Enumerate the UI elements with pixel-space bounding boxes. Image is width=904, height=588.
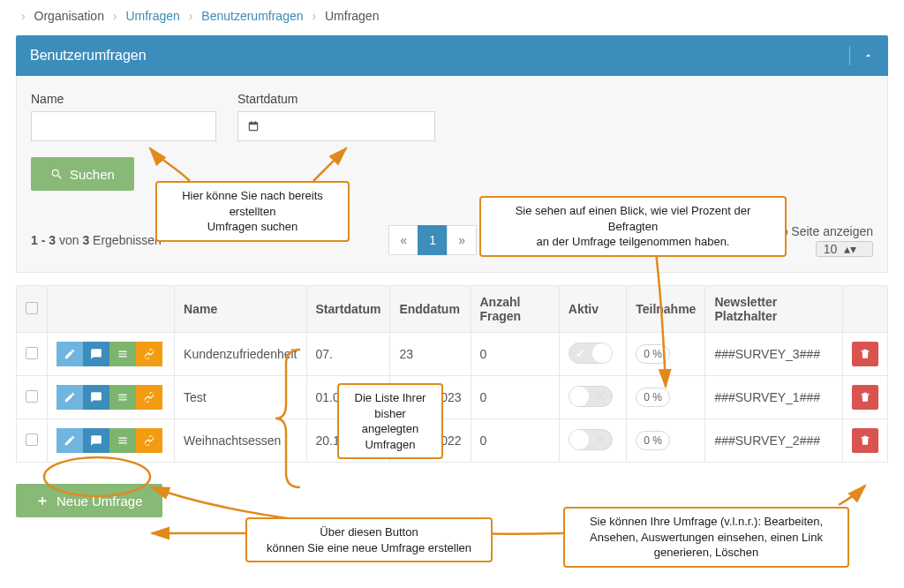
speech-icon xyxy=(90,348,102,360)
edit-button[interactable] xyxy=(56,428,83,453)
breadcrumb-surveys[interactable]: Umfragen xyxy=(125,9,179,23)
checkbox-all[interactable] xyxy=(26,302,38,314)
link-button[interactable] xyxy=(136,428,162,453)
cell-active: ✕ xyxy=(559,376,626,419)
results-button[interactable] xyxy=(109,342,136,366)
callout-actions: Sie können Ihre Umfrage (v.l.n.r.): Bear… xyxy=(563,507,849,568)
panel-title: Benutzerumfragen xyxy=(30,48,147,64)
col-end[interactable]: Enddatum xyxy=(390,286,471,333)
cell-placeholder: ###SURVEY_1### xyxy=(705,376,843,419)
panel-collapse-toggle[interactable] xyxy=(849,46,874,65)
active-toggle[interactable]: ✕ xyxy=(569,386,613,407)
breadcrumb: › Organisation › Umfragen › Benutzerumfr… xyxy=(0,0,904,32)
link-button[interactable] xyxy=(136,342,162,366)
breadcrumb-org: Organisation xyxy=(34,9,104,23)
view-button[interactable] xyxy=(83,385,109,410)
col-questions[interactable]: Anzahl Fragen xyxy=(471,286,559,333)
table-row: Test 01.01.2023 09.01.2023 0 ✕ 0 % ###SU… xyxy=(17,376,888,419)
cell-participation: 0 % xyxy=(627,333,705,376)
cell-questions: 0 xyxy=(471,419,559,463)
callout-search: Hier könne Sie nach bereits erstellten U… xyxy=(155,181,350,242)
link-icon xyxy=(143,391,155,403)
cell-active: ✓ xyxy=(559,333,626,376)
row-actions xyxy=(56,385,165,410)
row-actions xyxy=(56,428,165,453)
col-participation[interactable]: Teilnahme xyxy=(627,286,705,333)
startdate-label: Startdatum xyxy=(237,92,435,106)
cell-name: Test xyxy=(175,376,306,419)
participation-badge: 0 % xyxy=(636,388,670,407)
trash-icon xyxy=(859,391,871,403)
search-icon xyxy=(50,168,63,180)
col-name[interactable]: Name xyxy=(175,286,306,333)
view-button[interactable] xyxy=(83,428,109,453)
breadcrumb-user-surveys[interactable]: Benutzerumfragen xyxy=(201,9,303,23)
per-page-select[interactable]: 10 ▴▾ xyxy=(816,241,873,257)
view-button[interactable] xyxy=(83,342,109,366)
name-label: Name xyxy=(31,92,216,106)
cell-questions: 0 xyxy=(471,376,559,419)
link-icon xyxy=(143,434,155,447)
startdate-input[interactable] xyxy=(267,111,435,141)
breadcrumb-current: Umfragen xyxy=(325,9,379,23)
name-input[interactable] xyxy=(31,111,216,141)
page-prev[interactable]: « xyxy=(388,225,418,255)
trash-icon xyxy=(859,348,871,360)
delete-button[interactable] xyxy=(852,385,878,410)
row-checkbox[interactable] xyxy=(26,347,38,359)
edit-button[interactable] xyxy=(56,385,83,410)
trash-icon xyxy=(859,434,871,447)
col-active[interactable]: Aktiv xyxy=(559,286,626,333)
speech-icon xyxy=(90,391,102,403)
cell-participation: 0 % xyxy=(627,376,705,419)
page-1[interactable]: 1 xyxy=(418,225,448,255)
participation-badge: 0 % xyxy=(636,344,670,364)
cell-name: Kundenzufriedenheit xyxy=(175,333,306,376)
cell-questions: 0 xyxy=(471,333,559,376)
cell-placeholder: ###SURVEY_2### xyxy=(705,419,843,463)
page-next[interactable]: » xyxy=(447,225,477,255)
cell-participation: 0 % xyxy=(627,419,705,463)
search-button[interactable]: Suchen xyxy=(31,157,134,191)
pencil-icon xyxy=(64,348,76,360)
list-icon xyxy=(117,391,129,403)
panel-header: Benutzerumfragen xyxy=(16,35,888,76)
results-button[interactable] xyxy=(109,428,136,453)
speech-icon xyxy=(90,434,102,447)
table-row: Kundenzufriedenheit 07. 23 0 ✓ 0 % ###SU… xyxy=(17,333,888,376)
row-actions xyxy=(56,342,165,366)
cell-placeholder: ###SURVEY_3### xyxy=(705,333,843,376)
delete-button[interactable] xyxy=(852,342,878,366)
row-checkbox[interactable] xyxy=(26,390,38,403)
table-row: Weihnachtsessen 20.12.2022 23.12.2022 0 … xyxy=(17,419,888,463)
active-toggle[interactable]: ✓ xyxy=(569,343,613,364)
results-button[interactable] xyxy=(109,385,136,410)
calendar-icon[interactable] xyxy=(237,111,267,141)
delete-button[interactable] xyxy=(852,428,878,453)
link-icon xyxy=(143,348,155,360)
list-icon xyxy=(117,348,129,360)
chevron-up-icon xyxy=(863,49,874,62)
cell-start: 07. xyxy=(306,333,390,376)
callout-new-button: Über diesen Button können Sie eine neue … xyxy=(245,517,493,562)
edit-button[interactable] xyxy=(56,342,83,366)
list-icon xyxy=(117,434,129,447)
svg-line-1 xyxy=(58,176,62,179)
col-placeholder[interactable]: Newsletter Platzhalter xyxy=(705,286,843,333)
callout-list: Die Liste Ihrer bisher angelegten Umfrag… xyxy=(337,383,443,459)
svg-point-0 xyxy=(52,170,58,176)
surveys-table: Name Startdatum Enddatum Anzahl Fragen A… xyxy=(16,285,888,463)
callout-participation: Sie sehen auf einen Blick, wie viel Proz… xyxy=(479,196,787,257)
cell-active: ✕ xyxy=(559,419,626,463)
cell-name: Weihnachtsessen xyxy=(175,419,306,463)
active-toggle[interactable]: ✕ xyxy=(569,429,613,450)
cell-end: 23 xyxy=(390,333,471,376)
row-checkbox[interactable] xyxy=(26,433,38,446)
pencil-icon xyxy=(64,391,76,403)
new-survey-button[interactable]: ＋ Neue Umfrage xyxy=(16,484,162,517)
participation-badge: 0 % xyxy=(636,431,670,450)
plus-icon: ＋ xyxy=(35,492,49,510)
results-count: 1 - 3 von 3 Ergebnissen xyxy=(31,233,162,247)
col-start[interactable]: Startdatum xyxy=(306,286,390,333)
link-button[interactable] xyxy=(136,385,162,410)
